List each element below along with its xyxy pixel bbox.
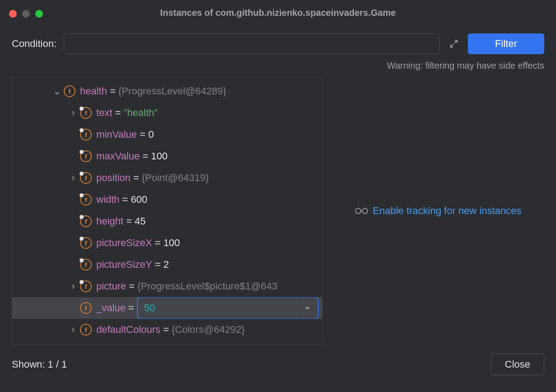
equals: =	[140, 150, 151, 162]
field-icon: f	[80, 215, 92, 227]
glasses-icon	[355, 206, 368, 215]
expand-icon[interactable]	[447, 37, 461, 51]
value-editor[interactable]	[137, 297, 319, 319]
equals: =	[126, 302, 137, 314]
window-controls	[9, 10, 43, 18]
variable-name: defaultColours	[96, 324, 160, 336]
field-icon: f	[80, 194, 92, 205]
value-input[interactable]	[138, 298, 296, 318]
warning-text: Warning: filtering may have side effects	[0, 58, 556, 77]
equals: =	[152, 237, 164, 249]
tree-row[interactable]: fposition = {Point@64319}	[12, 167, 322, 189]
tree-row[interactable]: fhealth = {ProgressLevel@64289}	[12, 80, 322, 102]
chevron-right-icon[interactable]	[68, 324, 78, 336]
equals: =	[137, 129, 148, 140]
variable-value: 100	[151, 150, 168, 162]
variable-name: pictureSizeX	[96, 237, 152, 249]
variable-name: health	[80, 85, 107, 97]
variable-name: position	[96, 172, 131, 184]
field-icon: f	[80, 150, 92, 162]
field-icon: f	[80, 259, 92, 271]
close-window-icon[interactable]	[9, 10, 17, 18]
chevron-down-icon[interactable]	[52, 89, 62, 94]
variable-value: {ProgressLevel@64289}	[118, 85, 226, 97]
tree-row[interactable]: fmaxValue = 100	[12, 145, 322, 167]
condition-input[interactable]	[64, 33, 440, 54]
enable-tracking-link[interactable]: Enable tracking for new instances	[373, 205, 522, 217]
field-icon: f	[80, 280, 92, 292]
equals: =	[126, 280, 137, 292]
field-icon: f	[64, 85, 75, 97]
variable-name: minValue	[96, 129, 137, 140]
variable-value: {Point@64319}	[142, 172, 209, 184]
variable-name: pictureSizeY	[96, 259, 152, 271]
close-button[interactable]: Close	[491, 354, 544, 375]
field-icon: f	[80, 302, 92, 314]
field-icon: f	[80, 129, 92, 140]
field-icon: f	[80, 172, 92, 184]
field-icon: f	[80, 107, 92, 119]
variable-value: "health"	[123, 107, 158, 119]
equals: =	[123, 215, 135, 227]
filter-button[interactable]: Filter	[468, 33, 544, 54]
variable-name: picture	[96, 280, 126, 292]
shown-count: Shown: 1 / 1	[12, 359, 67, 370]
tracking-area: Enable tracking for new instances	[332, 77, 544, 345]
titlebar: Instances of com.github.nizienko.spacein…	[0, 0, 556, 25]
chevron-right-icon[interactable]	[68, 107, 78, 119]
equals: =	[152, 259, 164, 271]
condition-row: Condition: Filter	[0, 25, 556, 58]
tree-row[interactable]: fminValue = 0	[12, 124, 322, 145]
condition-label: Condition:	[12, 38, 57, 50]
equals: =	[107, 85, 118, 97]
chevron-right-icon[interactable]	[68, 172, 78, 184]
variable-value: 600	[131, 194, 147, 205]
chevron-right-icon[interactable]	[68, 280, 78, 292]
footer: Shown: 1 / 1 Close	[0, 353, 556, 385]
variable-name: maxValue	[96, 150, 140, 162]
window-title: Instances of com.github.nizienko.spacein…	[8, 8, 548, 18]
maximize-window-icon[interactable]	[35, 10, 43, 18]
instances-tree[interactable]: fhealth = {ProgressLevel@64289}ftext = "…	[12, 77, 323, 345]
equals: =	[112, 107, 123, 119]
svg-point-1	[362, 208, 368, 214]
tree-row[interactable]: ftext = "health"	[12, 102, 322, 124]
variable-value: {Colors@64292}	[172, 324, 245, 336]
variable-value: 0	[148, 129, 154, 140]
tree-row[interactable]: fpicture = {ProgressLevel$picture$1@643	[12, 275, 322, 297]
variable-value: 2	[163, 259, 169, 271]
history-dropdown-icon[interactable]	[296, 298, 318, 318]
variable-name: text	[96, 107, 112, 119]
variable-value: {ProgressLevel$picture$1@643	[137, 280, 278, 292]
equals: =	[131, 172, 142, 184]
equals: =	[160, 324, 172, 336]
tree-row[interactable]: fdefaultColours = {Colors@64292}	[12, 319, 322, 341]
variable-name: height	[96, 215, 123, 227]
tree-row[interactable]: fwidth = 600	[12, 189, 322, 210]
field-icon: f	[80, 324, 92, 336]
equals: =	[119, 194, 131, 205]
tree-row[interactable]: fheight = 45	[12, 210, 322, 232]
variable-name: _value	[96, 302, 126, 314]
tree-row[interactable]: fpictureSizeY = 2	[12, 254, 322, 275]
tree-row[interactable]: f_value =	[12, 297, 322, 319]
field-icon: f	[80, 237, 92, 249]
variable-name: width	[96, 194, 119, 205]
variable-value: 100	[163, 237, 180, 249]
variable-value: 45	[135, 215, 146, 227]
tree-row[interactable]: fpictureSizeX = 100	[12, 232, 322, 254]
minimize-window-icon[interactable]	[22, 10, 30, 18]
svg-point-0	[355, 208, 361, 214]
